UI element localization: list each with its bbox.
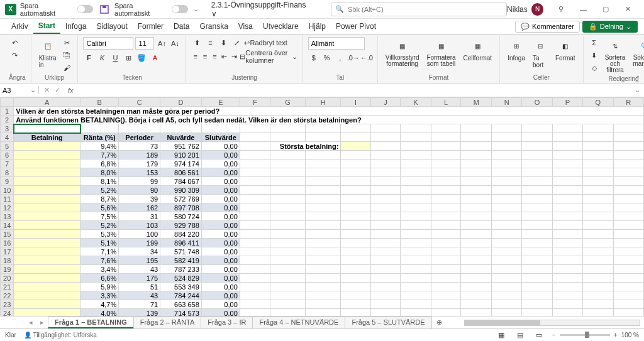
fx-icon[interactable]: fx bbox=[65, 87, 76, 94]
cell[interactable] bbox=[431, 212, 461, 221]
cell[interactable] bbox=[270, 283, 305, 291]
fill-button[interactable]: ⬇ bbox=[589, 50, 600, 61]
cell-betalning[interactable] bbox=[14, 256, 80, 265]
percent-button[interactable]: % bbox=[321, 52, 333, 63]
cell[interactable] bbox=[613, 230, 644, 239]
row-header-24[interactable]: 24 bbox=[1, 309, 14, 317]
cell[interactable] bbox=[431, 195, 461, 203]
cell[interactable] bbox=[461, 177, 492, 186]
tab-infoga[interactable]: Infoga bbox=[60, 19, 91, 33]
col-header-C[interactable]: C bbox=[119, 98, 160, 107]
cell-ranta[interactable]: 9,4% bbox=[80, 142, 119, 151]
autosave-toggle-1[interactable] bbox=[77, 5, 94, 13]
instruction-1[interactable]: Vilken är den största betalningen man må… bbox=[14, 107, 644, 116]
cell[interactable] bbox=[583, 195, 613, 203]
cell-nuvarde[interactable]: 974 174 bbox=[160, 160, 202, 168]
align-right-button[interactable]: ≡ bbox=[211, 51, 218, 62]
cell-betalning[interactable] bbox=[14, 160, 80, 168]
cell[interactable] bbox=[431, 309, 461, 317]
cell[interactable] bbox=[522, 186, 552, 195]
clear-button[interactable]: ◇ bbox=[589, 62, 600, 73]
undo-button[interactable]: ↶ bbox=[9, 37, 20, 48]
cell[interactable] bbox=[492, 177, 522, 186]
cell[interactable] bbox=[583, 230, 613, 239]
cell[interactable] bbox=[341, 168, 370, 177]
cell[interactable] bbox=[370, 265, 401, 274]
cell[interactable] bbox=[370, 177, 401, 186]
cell[interactable] bbox=[492, 151, 522, 160]
cell[interactable] bbox=[552, 151, 582, 160]
cell[interactable] bbox=[461, 291, 492, 300]
row-header-15[interactable]: 15 bbox=[1, 230, 14, 239]
cell[interactable] bbox=[370, 186, 401, 195]
cell[interactable] bbox=[240, 124, 270, 133]
autosave-toggle-2[interactable] bbox=[172, 5, 188, 13]
cell[interactable] bbox=[613, 239, 644, 247]
tab-powerpivot[interactable]: Power Pivot bbox=[331, 19, 381, 33]
cell[interactable] bbox=[613, 283, 644, 291]
sheet-nav-prev[interactable]: ◂ bbox=[25, 318, 36, 327]
user-name[interactable]: Niklas bbox=[507, 5, 528, 14]
cell[interactable] bbox=[370, 309, 401, 317]
cell[interactable] bbox=[583, 203, 613, 212]
align-middle-button[interactable]: ≡ bbox=[204, 37, 216, 48]
cell[interactable] bbox=[401, 212, 431, 221]
table-header[interactable]: Nuvärde bbox=[160, 133, 202, 142]
cell[interactable] bbox=[341, 265, 370, 274]
cell[interactable] bbox=[270, 177, 305, 186]
cell-ranta[interactable]: 7,6% bbox=[80, 256, 119, 265]
paste-button[interactable]: 📋 Klistra in bbox=[36, 37, 59, 70]
cell[interactable] bbox=[240, 177, 270, 186]
cell[interactable] bbox=[522, 203, 552, 212]
row-header-22[interactable]: 22 bbox=[1, 291, 14, 300]
cell[interactable] bbox=[306, 195, 341, 203]
sort-filter-button[interactable]: ⇅Sortera och filtrera bbox=[602, 37, 628, 75]
cell-A3[interactable] bbox=[14, 124, 80, 133]
cell[interactable] bbox=[522, 168, 552, 177]
cell[interactable] bbox=[461, 186, 492, 195]
horizontal-scrollbar[interactable] bbox=[464, 320, 640, 326]
cell[interactable] bbox=[522, 212, 552, 221]
cell-nuvarde[interactable]: 896 411 bbox=[160, 239, 202, 247]
cell-ranta[interactable]: 7,5% bbox=[80, 212, 119, 221]
cell-nuvarde[interactable]: 572 769 bbox=[160, 195, 202, 203]
qat-dropdown[interactable]: ⌄ bbox=[193, 5, 199, 13]
sheet-tab[interactable]: Fråga 2 – RÄNTA bbox=[133, 317, 202, 328]
cell[interactable] bbox=[613, 160, 644, 168]
cell[interactable] bbox=[583, 247, 613, 256]
cell[interactable] bbox=[522, 151, 552, 160]
cell[interactable] bbox=[401, 160, 431, 168]
cell[interactable] bbox=[401, 186, 431, 195]
cell-ranta[interactable]: 4,7% bbox=[80, 300, 119, 309]
cell[interactable] bbox=[461, 212, 492, 221]
enter-formula-button[interactable]: ✓ bbox=[55, 86, 60, 94]
cell[interactable] bbox=[492, 265, 522, 274]
cell-betalning[interactable] bbox=[14, 309, 80, 317]
cell-perioder[interactable]: 31 bbox=[119, 212, 160, 221]
cell[interactable] bbox=[431, 186, 461, 195]
cell-slutvarde[interactable]: 0,00 bbox=[201, 230, 240, 239]
cell[interactable] bbox=[461, 256, 492, 265]
cell-betalning[interactable] bbox=[14, 195, 80, 203]
cell[interactable] bbox=[370, 160, 401, 168]
col-header-N[interactable]: N bbox=[492, 98, 522, 107]
cell-betalning[interactable] bbox=[14, 177, 80, 186]
share-button[interactable]: 🔒 Delning ⌄ bbox=[582, 21, 638, 33]
cell[interactable] bbox=[401, 203, 431, 212]
cell-slutvarde[interactable]: 0,00 bbox=[201, 247, 240, 256]
cell[interactable] bbox=[431, 160, 461, 168]
increase-decimal-button[interactable]: .0→ bbox=[348, 52, 359, 63]
cell[interactable] bbox=[552, 168, 582, 177]
cell[interactable] bbox=[552, 230, 582, 239]
col-header-Q[interactable]: Q bbox=[583, 98, 613, 107]
row-header-11[interactable]: 11 bbox=[1, 195, 14, 203]
cell-betalning[interactable] bbox=[14, 239, 80, 247]
cell[interactable] bbox=[341, 274, 370, 283]
cell-styles-button[interactable]: ▦Cellformat bbox=[461, 37, 495, 63]
cell[interactable] bbox=[431, 168, 461, 177]
minimize-button[interactable]: — bbox=[572, 0, 594, 19]
autosum-button[interactable]: Σ bbox=[589, 37, 600, 48]
cell[interactable] bbox=[401, 239, 431, 247]
cell[interactable] bbox=[401, 265, 431, 274]
cell[interactable] bbox=[431, 256, 461, 265]
